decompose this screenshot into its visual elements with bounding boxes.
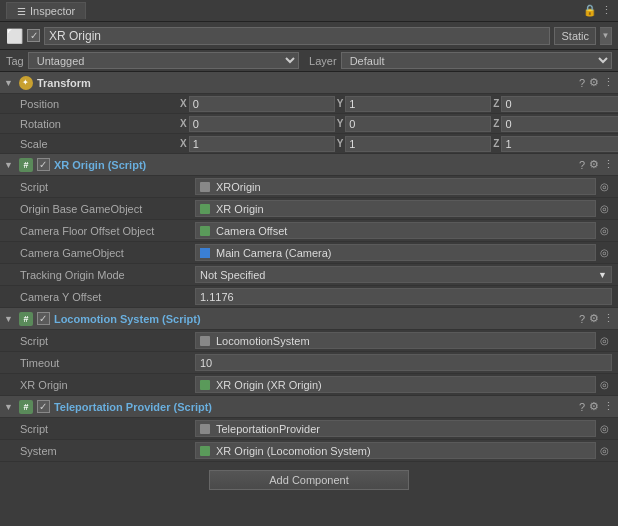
loco-script-label: Script (20, 335, 195, 347)
tag-select[interactable]: Untagged (28, 52, 299, 69)
z-label: Z (493, 98, 499, 109)
loco-script-field: Script LocomotionSystem ◎ (0, 330, 618, 352)
y-label-r: Y (337, 118, 344, 129)
loco-script-file-icon (200, 336, 210, 346)
tp-active-checkbox[interactable]: ✓ (37, 400, 50, 413)
rotation-z-input[interactable] (501, 116, 618, 132)
object-active-checkbox[interactable]: ✓ (27, 29, 40, 42)
xr-origin-section-header[interactable]: ▼ # ✓ XR Origin (Script) ? ⚙ ⋮ (0, 154, 618, 176)
camera-y-offset-field: Camera Y Offset 1.1176 (0, 286, 618, 308)
transform-section-header[interactable]: ▼ ✦ Transform ? ⚙ ⋮ (0, 72, 618, 94)
more-icon[interactable]: ⋮ (603, 158, 614, 171)
script-label: Script (20, 181, 195, 193)
scale-x-input[interactable] (189, 136, 335, 152)
scale-z-input[interactable] (501, 136, 618, 152)
target-icon3[interactable]: ◎ (596, 225, 612, 236)
z-label-s: Z (493, 138, 499, 149)
rotation-y-input[interactable] (345, 116, 491, 132)
rotation-row: Rotation X Y Z (0, 114, 618, 134)
add-component-bar: Add Component (0, 462, 618, 498)
more-icon-tp[interactable]: ⋮ (603, 400, 614, 413)
title-icons: 🔒 ⋮ (583, 4, 612, 17)
xr-origin-title: XR Origin (Script) (54, 159, 146, 171)
xr-script-field: Script XROrigin ◎ (0, 176, 618, 198)
teleport-section-header[interactable]: ▼ # ✓ Teleportation Provider (Script) ? … (0, 396, 618, 418)
more-icon[interactable]: ⋮ (603, 76, 614, 89)
static-dropdown[interactable]: ▼ (600, 27, 612, 45)
more-icon-loco[interactable]: ⋮ (603, 312, 614, 325)
target-icon[interactable]: ◎ (596, 181, 612, 192)
position-y-input[interactable] (345, 96, 491, 112)
dropdown-arrow-icon: ▼ (598, 270, 607, 280)
layer-select[interactable]: Default (341, 52, 612, 69)
camera-floor-name: Camera Offset (216, 225, 287, 237)
settings-icon-loco[interactable]: ⚙ (589, 312, 599, 325)
tag-label: Tag (6, 55, 24, 67)
tracking-origin-value[interactable]: Not Specified ▼ (195, 266, 612, 283)
gameobject-icon2 (200, 226, 210, 236)
camera-y-offset-value[interactable]: 1.1176 (195, 288, 612, 305)
scale-xyz: X Y Z (180, 136, 618, 152)
position-row: Position X Y Z (0, 94, 618, 114)
xr-origin-ref-field: XR Origin XR Origin (XR Origin) ◎ (0, 374, 618, 396)
collapse-icon: ▼ (4, 160, 13, 170)
chevron-down-icon: ▼ (602, 31, 610, 40)
collapse-icon-tp: ▼ (4, 402, 13, 412)
object-name-input[interactable] (44, 27, 550, 45)
locomotion-section-header[interactable]: ▼ # ✓ Locomotion System (Script) ? ⚙ ⋮ (0, 308, 618, 330)
system-ref-text: XR Origin (Locomotion System) (216, 445, 371, 457)
camera-y-offset-text: 1.1176 (200, 291, 234, 303)
rotation-x-input[interactable] (189, 116, 335, 132)
loco-active-checkbox[interactable]: ✓ (37, 312, 50, 325)
timeout-value[interactable]: 10 (195, 354, 612, 371)
position-y-field: Y (337, 96, 492, 112)
scale-y-field: Y (337, 136, 492, 152)
settings-icon[interactable]: ⚙ (589, 158, 599, 171)
add-component-button[interactable]: Add Component (209, 470, 409, 490)
locomotion-actions: ? ⚙ ⋮ (579, 312, 614, 325)
script-active-checkbox[interactable]: ✓ (37, 158, 50, 171)
timeout-text: 10 (200, 357, 212, 369)
help-icon[interactable]: ? (579, 77, 585, 89)
help-icon-loco[interactable]: ? (579, 313, 585, 325)
rotation-z-field: Z (493, 116, 618, 132)
position-xyz: X Y Z (180, 96, 618, 112)
script-value: XROrigin (195, 178, 596, 195)
origin-base-label: Origin Base GameObject (20, 203, 195, 215)
more-icon[interactable]: ⋮ (601, 4, 612, 17)
position-z-input[interactable] (501, 96, 618, 112)
xr-origin-target-icon[interactable]: ◎ (596, 379, 612, 390)
system-value: XR Origin (Locomotion System) (195, 442, 596, 459)
rotation-label: Rotation (20, 118, 180, 130)
scale-y-input[interactable] (345, 136, 491, 152)
transform-actions: ? ⚙ ⋮ (579, 76, 614, 89)
x-label-s: X (180, 138, 187, 149)
xr-origin-actions: ? ⚙ ⋮ (579, 158, 614, 171)
loco-script-name: LocomotionSystem (216, 335, 310, 347)
loco-target-icon[interactable]: ◎ (596, 335, 612, 346)
tp-target-icon[interactable]: ◎ (596, 423, 612, 434)
camera-floor-label: Camera Floor Offset Object (20, 225, 195, 237)
origin-base-field: Origin Base GameObject XR Origin ◎ (0, 198, 618, 220)
position-label: Position (20, 98, 180, 110)
title-bar: ☰ Inspector 🔒 ⋮ (0, 0, 618, 22)
transform-title: Transform (37, 77, 91, 89)
lock-icon[interactable]: 🔒 (583, 4, 597, 17)
position-x-input[interactable] (189, 96, 335, 112)
help-icon[interactable]: ? (579, 159, 585, 171)
gameobject-icon (200, 204, 210, 214)
system-target-icon[interactable]: ◎ (596, 445, 612, 456)
settings-icon-tp[interactable]: ⚙ (589, 400, 599, 413)
settings-icon[interactable]: ⚙ (589, 76, 599, 89)
help-icon-tp[interactable]: ? (579, 401, 585, 413)
system-ref-icon (200, 446, 210, 456)
target-icon2[interactable]: ◎ (596, 203, 612, 214)
origin-base-name: XR Origin (216, 203, 264, 215)
target-icon4[interactable]: ◎ (596, 247, 612, 258)
scale-row: Scale X Y Z (0, 134, 618, 154)
scale-label: Scale (20, 138, 180, 150)
tab-label: Inspector (30, 5, 75, 17)
scale-x-field: X (180, 136, 335, 152)
inspector-tab[interactable]: ☰ Inspector (6, 2, 86, 19)
tp-script-label: Script (20, 423, 195, 435)
